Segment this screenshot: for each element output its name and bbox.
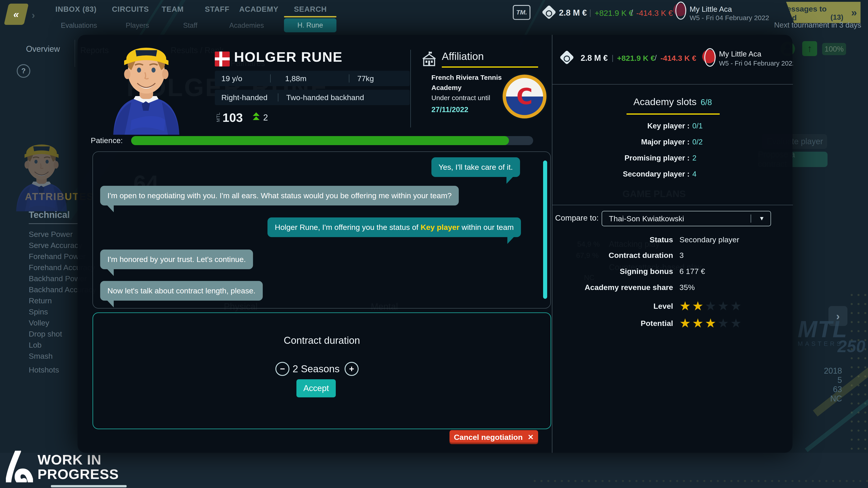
dropdown-caret-icon: ▼ [759,215,765,222]
academy-slots-header: Academy slots 6/8 [552,96,793,107]
messages-badge[interactable]: Messages to read (13) » [780,2,861,23]
close-icon: ✕ [528,433,534,442]
subtab-academies[interactable]: Academies [229,22,264,30]
compare-row: Contract duration3 [552,251,793,260]
slot-value: 4 [692,170,793,178]
cancel-label: Cancel negotiation [454,433,523,442]
dropdown-value: Thai-Son Kwiatkowski [609,214,684,223]
help-button[interactable]: ? [17,64,30,78]
help-icon: ? [22,67,26,75]
app-window: « › ? INBOX (83) CIRCUITS TEAM STAFF ACA… [0,0,868,488]
tab-circuits[interactable]: CIRCUITS [112,5,149,13]
affiliation-title: Affiliation [442,50,484,62]
compare-label: Signing bonus [552,267,673,276]
panel-date: W5 - Fri 04 February 2022 [719,60,793,67]
compare-value: Secondary player [679,235,793,244]
player-photo [97,36,195,135]
slots-underline [626,113,720,115]
player-bio-row: 19 y/o 1,88m 77kg [215,71,410,86]
compare-row: Signing bonus6 177 € [552,267,793,276]
income: +821.9 K € [595,9,633,18]
promote-button[interactable]: ↑ [802,41,817,56]
slot-label: Major player : [552,138,690,146]
active-tab-indicator [284,16,336,18]
work-in-progress-logo [6,451,33,482]
chat-message: Holger Rune, I'm offering you the status… [268,218,521,237]
contract-until-date: 27/11/2022 [431,105,468,114]
academy-side-panel: GAME PLANS 54,9 % Attacking play 67,9 % … [552,35,793,453]
cancel-negotiation-button[interactable]: Cancel negotiation ✕ [450,430,538,444]
double-chevron-icon: » [851,6,857,19]
slot-value: 0/1 [692,122,793,130]
accept-button[interactable]: Accept [297,379,336,397]
club-ball-icon [702,50,716,63]
club-ball-icon [673,3,686,16]
dropdown-separator [751,215,751,223]
subtab-staff[interactable]: Staff [183,22,197,30]
subtab-h-rune[interactable]: H. Rune [284,18,336,32]
tab-search[interactable]: SEARCH [294,5,327,13]
compare-label: Contract duration [552,251,673,260]
compare-label: Status [552,235,673,244]
slot-row: Promising player :2 [552,154,793,162]
potential-stars-empty-icon: ★★ [718,316,743,330]
slot-row: Key player :0/1 [552,122,793,130]
game-date: W5 - Fri 04 February 2022 [690,14,769,22]
money-icon [542,5,556,19]
affiliation-underline [442,66,538,68]
watermark-line1: WORK IN [37,453,119,467]
compare-label: Academy revenue share [552,283,673,292]
player-name: HOLGER RUNE [234,49,343,65]
money-icon [560,51,574,64]
forward-icon[interactable]: › [32,9,35,21]
tab-staff[interactable]: STAFF [205,5,229,13]
back-button[interactable]: « [4,4,29,25]
player-hand: Right-handed [221,93,268,102]
divider [74,40,75,67]
expense: -414.3 K € [636,9,673,18]
level-stars-icon: ★★ [679,299,705,313]
slots-count: 6/8 [701,98,712,107]
potential-stars-icon: ★★★ [679,316,718,330]
tab-academy[interactable]: ACADEMY [239,5,279,13]
player-height: 1,88m [285,74,307,83]
divider [29,223,78,224]
tab-team[interactable]: TEAM [162,5,184,13]
tm-logo: TM. [513,5,530,20]
slot-label: Secondary player : [552,170,690,178]
chat-message: I'm honored by your trust. Let's continu… [100,250,253,269]
next-tournament: Next tournament in 3 days [774,21,861,29]
club-name: My Little Aca [690,5,732,13]
academy-logo-letter: C [517,84,533,109]
decrease-duration-button[interactable]: − [275,362,289,376]
chat-message: Yes, I'll take care of it. [431,157,520,177]
tab-inbox[interactable]: INBOX (83) [55,5,97,13]
level-row: Level ★★★★★ [552,299,793,313]
bottom-accent-bar [51,485,127,487]
page-tab-overview[interactable]: Overview [26,44,60,54]
divider [552,205,793,205]
compare-player-dropdown[interactable]: Thai-Son Kwiatkowski ▼ [602,211,771,226]
compare-value: 6 177 € [679,267,793,276]
separator: | [589,8,591,17]
separator: | [612,53,614,62]
patience-label: Patience: [78,136,123,145]
player-style-row: Right-handed Two-handed backhand [215,90,410,105]
back-icon: « [12,9,20,20]
player-backhand: Two-handed backhand [286,93,364,102]
subtab-players[interactable]: Players [126,22,149,30]
history-value: NC [796,394,842,403]
chat-message: I'm open to negotiating with you. I'm al… [100,186,459,205]
chat-message: Now let's talk about contract length, pl… [100,281,263,301]
increase-duration-button[interactable]: + [345,362,359,376]
plus-icon: + [349,364,354,374]
history-values: 2018 5 63 NC [796,366,842,403]
history-value: 5 [796,376,842,385]
potential-label: Potential [552,319,673,328]
balance: 2.8 M € [559,8,587,18]
chat-scrollbar[interactable] [543,161,547,299]
watermark-line2: PROGRESS [37,467,119,482]
subtab-evaluations[interactable]: Evaluations [61,22,97,30]
slot-label: Key player : [552,122,690,130]
patience-bar [131,136,533,145]
